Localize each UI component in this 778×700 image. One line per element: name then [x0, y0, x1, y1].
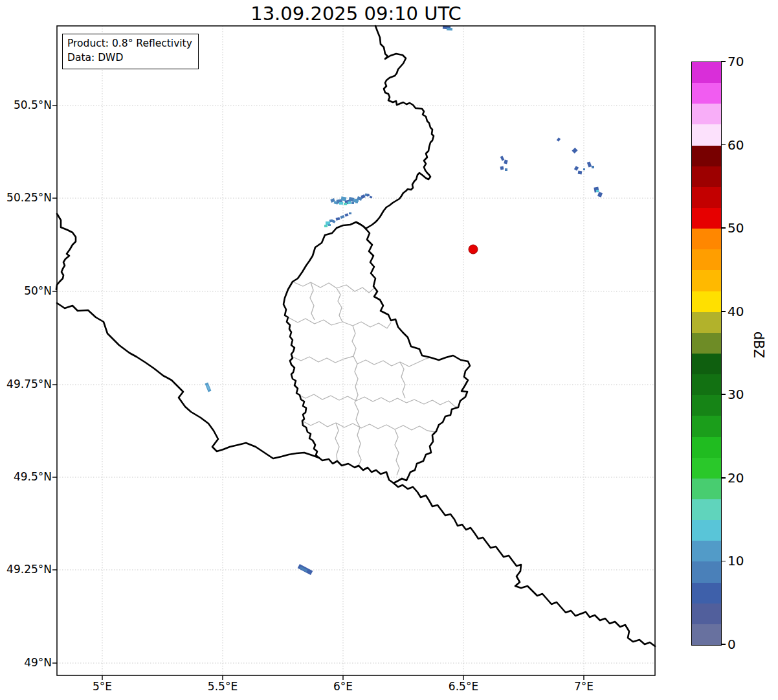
- colorbar-tick: [721, 311, 726, 312]
- axis-ticks: [52, 106, 584, 680]
- radar-echo: [578, 171, 583, 175]
- radar-figure: 13.09.2025 09:10 UTC Product: 0.8° Refle…: [0, 0, 778, 700]
- colorbar-segment: [692, 458, 721, 479]
- latitude-label: 50°N: [0, 284, 52, 297]
- longitude-label: 6°E: [314, 680, 372, 693]
- figure-title: 13.09.2025 09:10 UTC: [57, 3, 655, 25]
- colorbar-segment: [692, 333, 721, 354]
- radar-echo: [574, 166, 579, 171]
- latitude-label: 49.5°N: [0, 470, 52, 483]
- colorbar-segment: [692, 229, 721, 249]
- colorbar-segment: [692, 499, 721, 520]
- colorbar-segment: [692, 520, 721, 541]
- colorbar-tick-label: 70: [728, 54, 744, 69]
- radar-echo: [572, 148, 577, 153]
- colorbar-segment: [692, 249, 721, 270]
- radar-echo: [344, 203, 347, 205]
- data-source-label: Data: DWD: [67, 51, 192, 65]
- radar-echo: [328, 224, 331, 226]
- radar-echo: [596, 190, 599, 192]
- latitude-label: 49°N: [0, 656, 52, 669]
- radar-echo: [505, 168, 507, 171]
- colorbar-segment: [692, 166, 721, 187]
- radar-echo: [370, 196, 373, 198]
- radar-echo: [583, 168, 585, 170]
- colorbar-segment: [692, 62, 721, 83]
- colorbar-segment: [692, 437, 721, 458]
- radar-echo: [500, 155, 505, 161]
- colorbar-tick: [721, 394, 726, 395]
- colorbar-segment: [692, 395, 721, 416]
- colorbar-segment: [692, 374, 721, 395]
- colorbar-segment: [692, 583, 721, 604]
- radar-echo: [349, 212, 351, 214]
- colorbar-segment: [692, 291, 721, 312]
- colorbar-segment: [692, 124, 721, 145]
- radar-echo: [500, 166, 504, 170]
- radar-echo: [351, 202, 354, 204]
- radar-echo: [447, 28, 452, 31]
- border-france-germany: [394, 483, 655, 646]
- radar-echo: [344, 213, 348, 216]
- colorbar-tick-label: 60: [728, 137, 744, 153]
- latitude-label: 49.25°N: [0, 563, 52, 576]
- colorbar-tick: [721, 477, 726, 479]
- colorbar-tick-label: 0: [728, 637, 736, 652]
- colorbar-tick-label: 50: [728, 220, 744, 236]
- colorbar-unit-label: dBZ: [751, 332, 766, 358]
- colorbar-tick: [721, 144, 726, 146]
- longitude-label: 7°E: [555, 680, 613, 693]
- radar-echo-layer: [205, 26, 603, 575]
- colorbar-tick: [721, 644, 726, 645]
- radar-site-marker: [469, 245, 478, 254]
- colorbar-segment: [692, 270, 721, 291]
- radar-echo: [355, 201, 358, 203]
- colorbar-segment: [692, 104, 721, 124]
- radar-echo: [339, 202, 343, 205]
- longitude-label: 6.5°E: [434, 680, 493, 693]
- colorbar-segment: [692, 479, 721, 499]
- latitude-label: 49.75°N: [0, 378, 52, 390]
- plot-frame: [57, 26, 655, 675]
- radar-echo: [587, 161, 592, 167]
- latitude-label: 50.25°N: [0, 191, 52, 204]
- latitude-label: 50.5°N: [0, 98, 52, 111]
- radar-echo: [597, 192, 603, 198]
- colorbar-tick-label: 10: [728, 553, 744, 569]
- colorbar-tick: [721, 227, 726, 229]
- colorbar-segment: [692, 208, 721, 229]
- border-luxembourg: [283, 222, 470, 483]
- colorbar-tick-label: 40: [728, 304, 744, 319]
- colorbar-segment: [692, 416, 721, 436]
- colorbar-segment: [692, 604, 721, 624]
- radar-echo: [336, 217, 340, 220]
- colorbar-segment: [692, 354, 721, 374]
- radar-echo: [340, 215, 344, 219]
- map-canvas: [0, 0, 778, 700]
- colorbar-segment: [692, 146, 721, 166]
- colorbar-tick-label: 20: [728, 470, 744, 486]
- product-label: Product: 0.8° Reflectivity: [67, 36, 192, 51]
- radar-echo: [348, 201, 351, 205]
- colorbar-tick: [721, 61, 726, 62]
- radar-echo: [557, 137, 561, 141]
- colorbar: [691, 62, 722, 646]
- border-france-belgium: [56, 214, 319, 458]
- longitude-label: 5°E: [73, 680, 131, 693]
- country-borders: [56, 26, 655, 646]
- radar-echo: [504, 159, 507, 164]
- gridlines: [57, 26, 655, 675]
- colorbar-segment: [692, 624, 721, 645]
- radar-echo: [592, 166, 594, 168]
- colorbar-segment: [692, 312, 721, 333]
- colorbar-segment: [692, 561, 721, 582]
- colorbar-segment: [692, 83, 721, 104]
- longitude-label: 5.5°E: [194, 680, 252, 693]
- colorbar-tick: [721, 561, 726, 562]
- colorbar-segment: [692, 187, 721, 208]
- canton-borders: [288, 282, 458, 475]
- colorbar-segment: [692, 541, 721, 561]
- product-info-box: Product: 0.8° Reflectivity Data: DWD: [62, 34, 199, 69]
- colorbar-tick-label: 30: [728, 387, 744, 402]
- radar-echo: [324, 225, 328, 227]
